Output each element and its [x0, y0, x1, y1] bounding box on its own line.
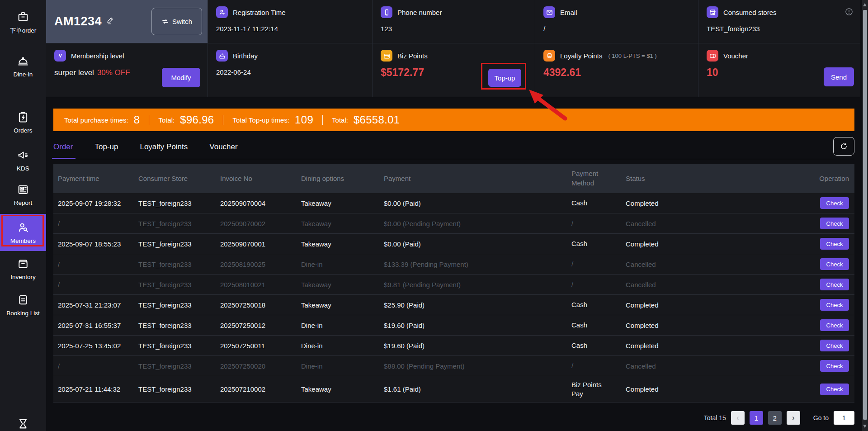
cell-store: TEST_foreign233: [138, 240, 220, 248]
orders-table: Payment timeConsumer StoreInvoice NoDini…: [53, 164, 854, 403]
edit-pencil-icon[interactable]: [106, 16, 115, 27]
summary-item-label: Total Top-up times:: [232, 116, 289, 124]
sidebar-item-dine-in[interactable]: Dine-in: [0, 54, 46, 78]
check-button[interactable]: Check: [820, 384, 849, 395]
tab-loyalty-points[interactable]: Loyalty Points: [140, 135, 188, 159]
biz-points-card: Biz Points $5172.77 Top-up: [373, 43, 535, 97]
cell-time: /: [58, 260, 138, 268]
table-row: 2025-07-31 16:55:37TEST_foreign233202507…: [53, 315, 854, 336]
cell-invoice: 202509070001: [220, 240, 301, 248]
sidebar-item-label: Inventory: [10, 274, 36, 280]
sidebar-item-orders[interactable]: Orders: [0, 110, 46, 134]
check-button[interactable]: Check: [820, 360, 849, 372]
consumed-stores-card: Consumed stores TEST_foreign233: [698, 0, 860, 43]
page-button-2[interactable]: 2: [768, 411, 782, 425]
cell-payment: $0.00 (Paid): [384, 240, 571, 248]
topup-button[interactable]: Top-up: [488, 69, 521, 87]
membership-discount: 30% OFF: [97, 68, 130, 77]
phone-label: Phone number: [397, 9, 442, 16]
cell-store: TEST_foreign233: [138, 301, 220, 309]
check-button[interactable]: Check: [820, 238, 849, 250]
cell-time: 2025-07-31 21:23:07: [58, 301, 138, 309]
summary-item-value: 109: [295, 114, 313, 126]
summary-item: Total:$6558.01: [332, 114, 400, 126]
send-button[interactable]: Send: [824, 67, 854, 86]
sidebar-item-place-order[interactable]: 下单order: [0, 10, 46, 35]
goto-page-input[interactable]: [834, 411, 854, 425]
tab-order[interactable]: Order: [53, 135, 73, 159]
consumed-stores-value: TEST_foreign233: [707, 25, 852, 33]
email-icon: [543, 6, 555, 18]
vertical-scrollbar[interactable]: [862, 0, 868, 431]
cell-time: /: [58, 362, 138, 370]
modify-button[interactable]: Modify: [162, 68, 200, 87]
column-header-invoice-no: Invoice No: [220, 175, 301, 182]
sidebar-item-label: Orders: [14, 127, 32, 134]
tab-top-up[interactable]: Top-up: [94, 135, 118, 159]
banner-separator: [322, 115, 323, 125]
sidebar-item-report[interactable]: Report: [0, 183, 46, 206]
refresh-button[interactable]: [833, 137, 854, 156]
info-icon[interactable]: [844, 7, 854, 18]
cell-payment: $19.60 (Paid): [384, 342, 571, 350]
check-button[interactable]: Check: [820, 197, 849, 209]
cell-method: /: [571, 260, 614, 269]
email-label: Email: [560, 9, 577, 16]
pagination: Total 15 ‹ 12 › Go to: [53, 408, 854, 428]
column-header-consumer-store: Consumer Store: [138, 175, 220, 182]
check-button[interactable]: Check: [820, 258, 849, 270]
birthday-cake-icon: [216, 50, 228, 62]
summary-item-value: $6558.01: [354, 114, 400, 126]
sidebar-item-inventory[interactable]: Inventory: [0, 257, 46, 280]
ticket-icon: [707, 50, 718, 62]
table-row: /TEST_foreign233202507250020Dine-in$88.0…: [53, 356, 854, 376]
check-button[interactable]: Check: [820, 218, 849, 229]
cell-status: Cancelled: [626, 220, 730, 227]
cell-store: TEST_foreign233: [138, 342, 220, 350]
next-page-button[interactable]: ›: [787, 411, 800, 425]
loyalty-points-note: ( 100 L-PTS = $1 ): [608, 52, 656, 59]
cell-method: Cash: [571, 300, 614, 309]
sidebar-item-members[interactable]: Members: [0, 214, 46, 251]
cell-store: TEST_foreign233: [138, 281, 220, 289]
hourglass-icon: [16, 417, 30, 431]
app-root: 下单orderDine-inOrdersKDSReportMembersInve…: [0, 0, 868, 431]
report-icon: [16, 183, 30, 196]
summary-item-value: $96.96: [180, 114, 214, 126]
scroll-up-arrow-icon[interactable]: [863, 3, 867, 6]
sidebar-item-kds[interactable]: KDS: [0, 148, 46, 172]
check-button[interactable]: Check: [820, 279, 849, 290]
cell-payment: $1.61 (Paid): [384, 385, 571, 393]
tabs-row: OrderTop-upLoyalty PointsVoucher: [53, 135, 854, 159]
summary-item: Total purchase times:8: [64, 114, 140, 126]
sidebar-item-label: Members: [10, 237, 36, 244]
sidebar-item-label: Report: [14, 199, 33, 206]
cell-time: 2025-07-21 11:44:32: [58, 385, 138, 393]
birthday-label: Birthday: [233, 52, 258, 60]
scrollbar-thumb[interactable]: [863, 10, 867, 420]
email-card: Email /: [535, 0, 698, 43]
page-button-1[interactable]: 1: [750, 411, 763, 425]
prev-page-button[interactable]: ‹: [731, 411, 745, 425]
membership-label: Membership level: [71, 52, 124, 60]
cell-payment: $133.39 (Pending Payment): [384, 260, 571, 268]
phone-icon: [381, 6, 392, 18]
briefcase-icon: [16, 10, 30, 24]
cell-store: TEST_foreign233: [138, 260, 220, 268]
column-header-status: Status: [626, 175, 730, 182]
cell-status: Completed: [626, 301, 730, 309]
scroll-down-arrow-icon[interactable]: [863, 425, 867, 428]
tab-voucher[interactable]: Voucher: [209, 135, 237, 159]
check-button[interactable]: Check: [820, 319, 849, 331]
voucher-label: Voucher: [723, 52, 748, 60]
sidebar-item-bottom-partial[interactable]: [0, 417, 46, 431]
cell-status: Completed: [626, 199, 730, 207]
loyalty-points-card: Loyalty Points ( 100 L-PTS = $1 ) 4392.6…: [535, 43, 698, 97]
check-button[interactable]: Check: [820, 340, 849, 351]
column-header-payment: Payment: [384, 175, 571, 182]
cell-dining: Dine-in: [301, 260, 384, 268]
switch-button[interactable]: Switch: [151, 8, 202, 35]
check-button[interactable]: Check: [820, 299, 849, 311]
cell-status: Cancelled: [626, 362, 730, 370]
sidebar-item-booking-list[interactable]: Booking List: [0, 293, 46, 317]
